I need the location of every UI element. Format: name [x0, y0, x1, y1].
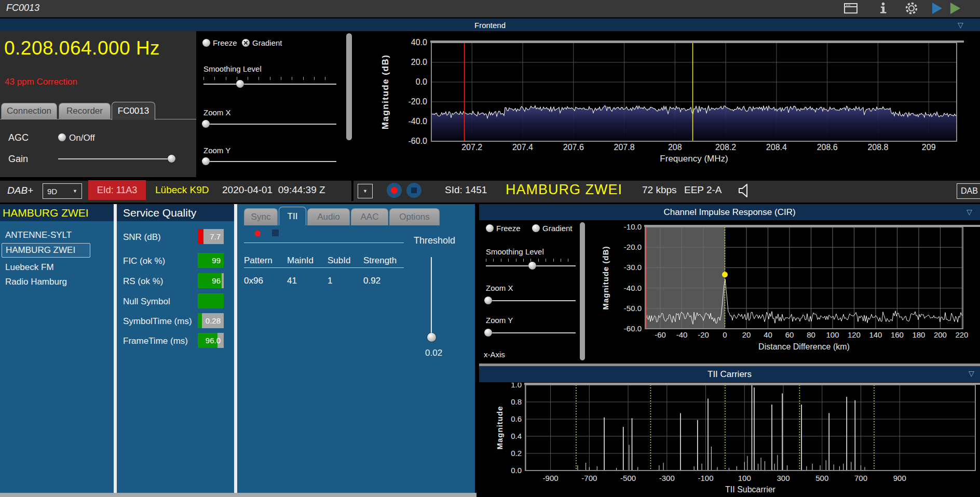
frontend-collapse-icon[interactable]: ▽	[958, 21, 963, 29]
tii-carriers-plot[interactable]: -900-700-500-300-1001003005007009001.00.…	[479, 383, 980, 497]
tii-record-indicator-icon[interactable]	[255, 231, 261, 236]
tii-col-pattern: Pattern	[244, 256, 273, 266]
sq-row-label: FrameTime (ms)	[123, 336, 188, 346]
cir-title: Channel Impulse Response (CIR)	[663, 207, 795, 218]
gear-icon[interactable]	[904, 1, 919, 16]
cir-zoomy-label: Zoom Y	[486, 316, 513, 325]
svg-text:20.0: 20.0	[411, 58, 427, 66]
tab-tii[interactable]: TII	[279, 207, 306, 225]
tab-options[interactable]: Options	[389, 208, 440, 225]
svg-text:80: 80	[807, 330, 815, 339]
sq-row-bar: 96	[198, 273, 224, 288]
spectrum-gradient-radio[interactable]	[242, 39, 250, 47]
current-service-name: HAMBURG ZWEI	[506, 182, 622, 198]
svg-text:-900: -900	[543, 474, 559, 482]
spectrum-zoomx-handle[interactable]	[202, 120, 210, 128]
frontend-spectrum-plot[interactable]: 207.2207.4207.6207.8208208.2208.4208.620…	[311, 30, 980, 177]
dab-mode-label: DAB+	[7, 185, 33, 196]
spectrum-freeze-radio[interactable]	[202, 39, 210, 47]
agc-label: AGC	[8, 132, 29, 143]
threshold-value: 0.02	[425, 348, 442, 358]
svg-text:-60.0: -60.0	[409, 137, 428, 145]
svg-text:-40.0: -40.0	[409, 117, 428, 126]
gain-slider-track[interactable]	[58, 158, 175, 159]
svg-text:208: 208	[668, 143, 682, 152]
sq-row-label: SymbolTime (ms)	[123, 316, 192, 327]
tab-connection[interactable]: Connection	[1, 103, 57, 119]
tii-cell-mainid: 41	[287, 276, 297, 286]
tab-recorder[interactable]: Recorder	[59, 103, 111, 119]
spectrum-zoomy-handle[interactable]	[202, 157, 210, 165]
bottom-scrollbar[interactable]	[0, 493, 477, 497]
cir-smoothing-handle[interactable]	[528, 262, 536, 270]
frontend-section-title: Frontend	[474, 21, 506, 30]
svg-text:0.6: 0.6	[511, 414, 522, 423]
tii-carriers-title: TII Carriers	[707, 369, 752, 380]
service-item-2[interactable]: Luebeck FM	[2, 261, 89, 274]
output-mode-dropdown[interactable]: DAB ▼	[957, 183, 980, 199]
cir-zoomy-handle[interactable]	[484, 329, 492, 337]
speaker-icon[interactable]	[738, 183, 751, 198]
window-icon[interactable]	[843, 3, 858, 14]
tii-carriers-header: TII Carriers	[479, 366, 980, 382]
play-green-icon[interactable]	[950, 3, 960, 14]
svg-text:1.0: 1.0	[511, 383, 522, 389]
cir-zoomx-track[interactable]	[486, 300, 576, 301]
service-item-1[interactable]: HAMBURG ZWEI	[2, 243, 90, 258]
gain-slider-handle[interactable]	[168, 155, 175, 163]
play-blue-icon[interactable]	[932, 3, 942, 14]
service-item-0[interactable]: ANTENNE-SYLT	[2, 229, 89, 242]
frontend-section-header: Frontend	[0, 19, 980, 31]
services-header-title: HAMBURG ZWEI	[3, 207, 89, 219]
spectrum-smoothing-handle[interactable]	[236, 80, 244, 88]
svg-text:900: 900	[893, 474, 906, 482]
svg-text:160: 160	[891, 330, 904, 339]
svg-text:-10.0: -10.0	[624, 222, 642, 231]
window-title: FC0013	[6, 3, 39, 14]
channel-dropdown-arrow: ▼	[73, 189, 77, 194]
title-bar: FC0013	[0, 0, 980, 19]
service-item-3[interactable]: Radio Hamburg	[2, 275, 89, 289]
cir-scrollbar[interactable]	[580, 222, 585, 360]
record-button[interactable]	[387, 183, 402, 198]
svg-text:207.4: 207.4	[512, 143, 533, 152]
cir-gradient-radio[interactable]	[532, 224, 540, 232]
svg-text:Distance Difference (km): Distance Difference (km)	[758, 342, 850, 351]
svg-text:0.2: 0.2	[511, 449, 522, 458]
svg-text:0.4: 0.4	[511, 432, 522, 440]
stop-button[interactable]	[406, 183, 421, 198]
svg-text:Magnitude (dB): Magnitude (dB)	[380, 55, 390, 130]
info-icon[interactable]	[878, 2, 888, 15]
cir-zoomx-label: Zoom X	[486, 284, 513, 292]
tii-carriers-collapse-icon[interactable]: ▽	[969, 369, 974, 378]
svg-text:207.8: 207.8	[614, 143, 635, 152]
tab-sync[interactable]: Sync	[244, 208, 278, 225]
cir-freeze-radio[interactable]	[486, 224, 494, 232]
threshold-slider-track[interactable]	[431, 257, 432, 340]
agc-radio[interactable]	[58, 133, 66, 141]
threshold-slider-handle[interactable]	[427, 333, 436, 342]
tab-audio[interactable]: Audio	[307, 208, 350, 225]
spectrum-freeze-label: Freeze	[213, 38, 237, 47]
svg-text:0.0: 0.0	[416, 77, 427, 86]
tii-table-header-line	[244, 267, 404, 268]
cir-plot[interactable]: -60-40-20020406080100120140160180200220-…	[587, 220, 980, 367]
svg-text:208.8: 208.8	[867, 143, 888, 152]
svg-text:100: 100	[738, 474, 751, 482]
service-quality-panel	[117, 204, 234, 493]
tab-aac[interactable]: AAC	[351, 208, 388, 225]
cir-collapse-icon[interactable]: ▽	[967, 208, 972, 216]
svg-text:-30.0: -30.0	[624, 263, 642, 272]
threshold-label: Threshold	[414, 235, 455, 246]
tii-stop-indicator-icon[interactable]	[272, 230, 279, 236]
spectrum-zoomx-label: Zoom X	[203, 108, 231, 117]
tii-toolbar-line	[244, 243, 404, 243]
tab-fc0013[interactable]: FC0013	[112, 102, 155, 120]
cir-zoomy-track[interactable]	[486, 332, 576, 333]
channel-dropdown[interactable]: 9D ▼	[43, 183, 82, 199]
tii-cell-subid: 1	[328, 276, 332, 286]
cir-zoomx-handle[interactable]	[484, 297, 492, 304]
svg-text:-60: -60	[655, 330, 666, 339]
app-window: FC0013 Frontend ▽ 0.208.064.000 Hz 43 pp…	[0, 0, 980, 497]
record-options-dropdown[interactable]: ▼	[358, 184, 373, 198]
